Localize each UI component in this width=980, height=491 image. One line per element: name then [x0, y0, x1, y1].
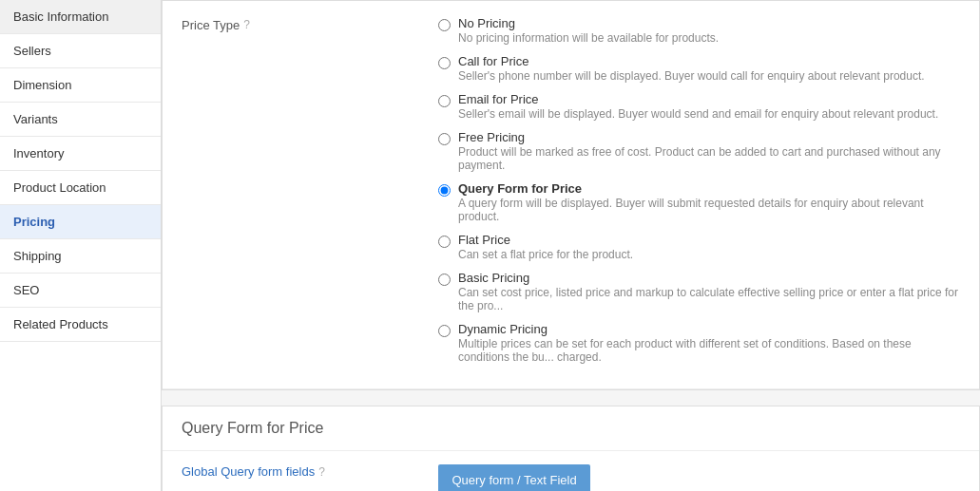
query-form-tag[interactable]: Query form / Text Field (text) [438, 464, 590, 491]
main-content: Price Type ? No PricingNo pricing inform… [162, 0, 980, 491]
sidebar: Basic InformationSellersDimensionVariant… [0, 0, 162, 491]
radio-dynamic-pricing[interactable] [438, 325, 451, 337]
radio-option-call-for-price: Call for PriceSeller's phone number will… [438, 54, 960, 83]
global-query-label: Global Query form fields ? [182, 464, 438, 479]
sidebar-item-related-products[interactable]: Related Products [0, 308, 161, 342]
option-title-query-form-for-price: Query Form for Price [458, 181, 960, 196]
sidebar-item-product-location[interactable]: Product Location [0, 171, 161, 205]
option-desc-flat-price: Can set a flat price for the product. [458, 248, 633, 261]
sidebar-item-pricing[interactable]: Pricing [0, 205, 161, 239]
option-text-call-for-price: Call for PriceSeller's phone number will… [458, 54, 925, 83]
radio-option-query-form-for-price: Query Form for PriceA query form will be… [438, 181, 960, 223]
query-form-section: Query Form for Price Global Query form f… [162, 406, 980, 491]
sidebar-item-sellers[interactable]: Sellers [0, 34, 161, 68]
sidebar-item-shipping[interactable]: Shipping [0, 239, 161, 274]
price-type-label-text: Price Type [182, 18, 240, 32]
price-type-options: No PricingNo pricing information will be… [438, 16, 960, 373]
sidebar-item-basic-information[interactable]: Basic Information [0, 0, 161, 34]
option-desc-free-pricing: Product will be marked as free of cost. … [458, 145, 960, 172]
option-desc-basic-pricing: Can set cost price, listed price and mar… [458, 286, 960, 312]
radio-flat-price[interactable] [438, 236, 451, 248]
option-title-flat-price: Flat Price [458, 233, 633, 247]
radio-free-pricing[interactable] [438, 133, 451, 145]
radio-email-for-price[interactable] [438, 95, 451, 107]
option-desc-query-form-for-price: A query form will be displayed. Buyer wi… [458, 197, 960, 223]
sidebar-item-dimension[interactable]: Dimension [0, 68, 161, 103]
option-desc-no-pricing: No pricing information will be available… [458, 31, 719, 45]
price-type-help-icon[interactable]: ? [243, 18, 250, 31]
option-text-dynamic-pricing: Dynamic PricingMultiple prices can be se… [458, 322, 960, 364]
price-type-panel: Price Type ? No PricingNo pricing inform… [162, 0, 980, 390]
global-query-help-icon[interactable]: ? [318, 465, 325, 479]
radio-query-form-for-price[interactable] [438, 184, 451, 197]
option-desc-call-for-price: Seller's phone number will be displayed.… [458, 69, 925, 83]
radio-option-no-pricing: No PricingNo pricing information will be… [438, 16, 960, 45]
sidebar-item-variants[interactable]: Variants [0, 103, 161, 137]
option-text-flat-price: Flat PriceCan set a flat price for the p… [458, 233, 633, 261]
price-type-row: Price Type ? No PricingNo pricing inform… [163, 1, 979, 389]
option-desc-email-for-price: Seller's email will be displayed. Buyer … [458, 107, 938, 121]
query-form-content: Query form / Text Field (text) [438, 464, 960, 491]
radio-basic-pricing[interactable] [438, 274, 451, 286]
option-text-free-pricing: Free PricingProduct will be marked as fr… [458, 130, 960, 172]
price-type-label: Price Type ? [182, 16, 438, 373]
option-title-email-for-price: Email for Price [458, 92, 938, 106]
option-text-no-pricing: No PricingNo pricing information will be… [458, 16, 719, 45]
query-form-title: Query Form for Price [163, 406, 979, 451]
sidebar-item-inventory[interactable]: Inventory [0, 137, 161, 171]
sidebar-item-seo[interactable]: SEO [0, 274, 161, 308]
option-text-email-for-price: Email for PriceSeller's email will be di… [458, 92, 938, 121]
global-query-label-text: Global Query form fields [182, 464, 315, 479]
radio-option-dynamic-pricing: Dynamic PricingMultiple prices can be se… [438, 322, 960, 364]
radio-call-for-price[interactable] [438, 57, 451, 69]
radio-no-pricing[interactable] [438, 19, 451, 31]
option-title-dynamic-pricing: Dynamic Pricing [458, 322, 960, 336]
option-title-free-pricing: Free Pricing [458, 130, 960, 144]
option-text-basic-pricing: Basic PricingCan set cost price, listed … [458, 271, 960, 312]
option-text-query-form-for-price: Query Form for PriceA query form will be… [458, 181, 960, 223]
option-title-no-pricing: No Pricing [458, 16, 719, 30]
radio-option-email-for-price: Email for PriceSeller's email will be di… [438, 92, 960, 121]
radio-option-flat-price: Flat PriceCan set a flat price for the p… [438, 233, 960, 261]
option-title-call-for-price: Call for Price [458, 54, 925, 68]
option-desc-dynamic-pricing: Multiple prices can be set for each prod… [458, 337, 960, 364]
query-form-row: Global Query form fields ? Query form / … [163, 451, 979, 491]
option-title-basic-pricing: Basic Pricing [458, 271, 960, 285]
radio-option-basic-pricing: Basic PricingCan set cost price, listed … [438, 271, 960, 312]
radio-option-free-pricing: Free PricingProduct will be marked as fr… [438, 130, 960, 172]
